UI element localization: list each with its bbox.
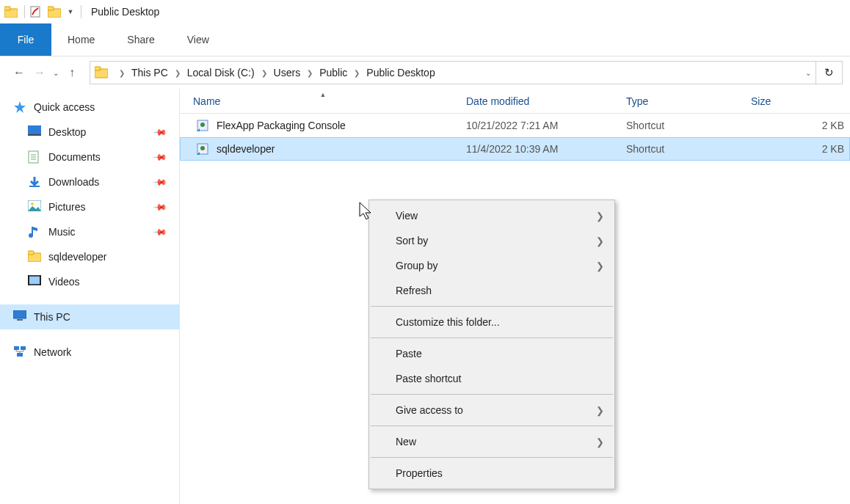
file-size: 2 KB [751,120,850,131]
nav-up-button[interactable]: ↑ [62,62,82,83]
path-seg-this-pc[interactable]: This PC [130,67,170,78]
chevron-right-icon: ❯ [596,235,604,246]
context-menu-item[interactable]: Give access to❯ [369,398,614,423]
svg-point-17 [29,233,33,238]
svg-rect-28 [17,353,23,357]
folder-icon [28,250,41,263]
svg-marker-7 [14,101,26,113]
sidebar-item-videos[interactable]: Videos [0,269,179,294]
sidebar-item-this-pc[interactable]: This PC [0,304,179,329]
context-menu: View❯Sort by❯Group by❯RefreshCustomize t… [368,200,615,489]
file-date: 11/4/2022 10:39 AM [466,143,626,155]
column-header-type[interactable]: Type [626,95,751,107]
pin-icon: 📌 [153,200,168,215]
sidebar-item-sqldeveloper[interactable]: sqldeveloper [0,244,179,269]
pictures-icon [28,200,41,213]
context-menu-separator [371,394,613,395]
sidebar-item-downloads[interactable]: Downloads 📌 [0,169,179,194]
column-header-size[interactable]: Size [751,95,850,107]
tab-view[interactable]: View [171,23,225,56]
chevron-right-icon: ❯ [596,405,604,416]
svg-rect-1 [4,7,10,10]
window-title: Public Desktop [91,6,159,18]
tab-share[interactable]: Share [111,23,170,56]
file-row[interactable]: FlexApp Packaging Console10/21/2022 7:21… [180,114,850,137]
nav-recent-dropdown[interactable]: ⌄ [50,62,62,83]
documents-icon [28,150,41,164]
file-type: Shortcut [626,143,751,155]
context-menu-item[interactable]: Paste [369,341,614,366]
quick-access-label: Quick access [34,101,95,113]
shortcut-icon [196,142,209,156]
svg-rect-21 [29,277,40,284]
context-menu-item[interactable]: Sort by❯ [369,228,614,253]
address-bar[interactable]: ❯ This PC ❯ Local Disk (C:) ❯ Users ❯ Pu… [90,61,816,84]
refresh-button[interactable]: ↻ [816,61,843,84]
nav-back-button[interactable]: ← [9,62,29,83]
sort-ascending-icon: ▲ [320,91,327,98]
path-seg-public[interactable]: Public [318,67,349,78]
context-menu-label: Give access to [396,404,463,416]
column-header-name[interactable]: ▲ Name [180,95,466,107]
navigation-pane: Quick access Desktop 📌 Documents 📌 Downl… [0,89,180,504]
context-menu-item[interactable]: New❯ [369,429,614,454]
chevron-right-icon: ❯ [596,437,604,448]
sidebar-item-label: Downloads [48,176,99,188]
context-menu-item[interactable]: Paste shortcut [369,366,614,391]
path-seg-public-desktop[interactable]: Public Desktop [365,67,436,78]
context-menu-item[interactable]: Refresh [369,278,614,303]
qat-customize-icon[interactable]: ▼ [65,4,76,20]
context-menu-item[interactable]: View❯ [369,203,614,228]
file-date: 10/21/2022 7:21 AM [466,120,626,131]
file-size: 2 KB [751,143,850,155]
svg-rect-4 [48,7,54,10]
svg-rect-14 [29,186,40,187]
context-menu-label: View [396,210,418,222]
context-menu-label: Properties [396,467,443,479]
sidebar-item-pictures[interactable]: Pictures 📌 [0,194,179,219]
path-sep-icon[interactable]: ❯ [256,69,272,77]
sidebar-item-music[interactable]: Music 📌 [0,219,179,244]
sidebar-item-desktop[interactable]: Desktop 📌 [0,120,179,145]
file-rows: FlexApp Packaging Console10/21/2022 7:21… [180,114,850,161]
path-sep-icon[interactable]: ❯ [349,69,365,77]
sidebar-item-label: Desktop [48,126,86,138]
ribbon-tabs: File Home Share View [0,23,850,56]
chevron-right-icon: ❯ [596,260,604,271]
nav-forward-button[interactable]: → [29,62,50,83]
svg-rect-24 [13,310,26,318]
file-row[interactable]: sqldeveloper11/4/2022 10:39 AMShortcut2 … [180,137,850,161]
sidebar-item-network[interactable]: Network [0,340,179,365]
svg-rect-9 [28,134,41,136]
qat-newfolder-icon[interactable] [46,4,62,20]
svg-point-32 [200,146,205,150]
context-menu-item[interactable]: Customize this folder... [369,310,614,335]
path-sep-icon[interactable]: ❯ [302,69,318,77]
quick-access-group[interactable]: Quick access [0,95,179,120]
context-menu-separator [371,457,613,458]
sidebar-item-label: Documents [48,151,101,163]
file-tab[interactable]: File [0,23,51,56]
qat-properties-icon[interactable] [27,4,43,20]
tab-home[interactable]: Home [51,23,111,56]
svg-rect-8 [28,125,41,134]
sidebar-item-documents[interactable]: Documents 📌 [0,145,179,169]
music-icon [28,225,41,238]
svg-rect-19 [28,251,34,255]
context-menu-separator [371,337,613,338]
context-menu-item[interactable]: Properties [369,461,614,486]
column-header-date[interactable]: Date modified [466,95,626,107]
downloads-icon [28,175,41,189]
path-seg-local-disk[interactable]: Local Disk (C:) [186,67,256,78]
pin-icon: 📌 [153,150,168,165]
sidebar-item-label: Pictures [48,201,86,213]
titlebar-divider-2 [81,5,81,18]
network-icon [13,346,26,359]
path-seg-users[interactable]: Users [272,67,302,78]
address-history-dropdown[interactable]: ⌄ [805,69,811,77]
path-sep-icon[interactable]: ❯ [170,69,186,77]
svg-rect-25 [17,319,23,321]
context-menu-item[interactable]: Group by❯ [369,253,614,278]
path-sep-icon[interactable]: ❯ [114,69,130,77]
svg-point-30 [200,123,205,127]
